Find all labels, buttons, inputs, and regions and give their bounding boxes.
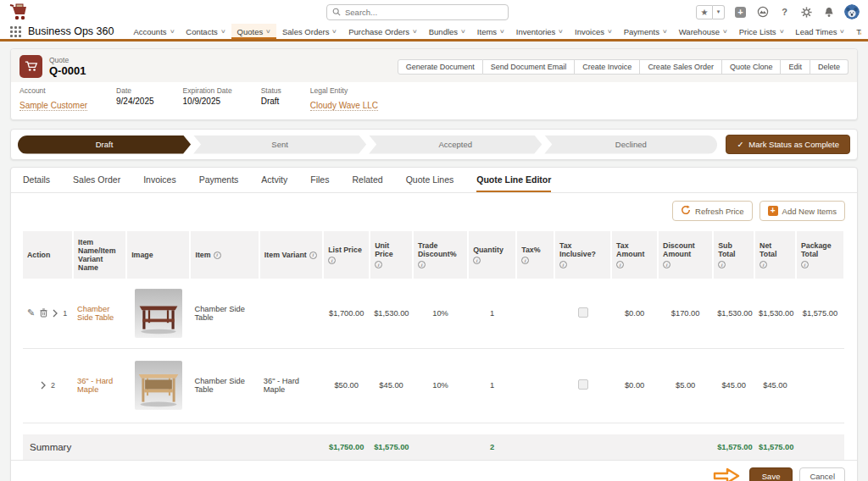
summary-quantity: 2 <box>468 434 516 460</box>
chevron-down-icon: ∨ <box>722 28 728 35</box>
nav-item-inventories[interactable]: Inventories∨ <box>510 24 569 39</box>
create-invoice-button[interactable]: Create Invoice <box>575 59 640 75</box>
info-icon[interactable] <box>663 261 670 268</box>
table-row: ✎ 1 Chamber Side Table <box>23 279 844 348</box>
global-add-icon[interactable]: + <box>734 6 747 19</box>
tab-payments[interactable]: Payments <box>199 174 239 192</box>
col-action: Action <box>23 231 73 279</box>
field-status: Status Draft <box>261 86 281 112</box>
tax-inclusive-checkbox[interactable] <box>578 307 588 318</box>
favorites-star-icon[interactable]: ★ <box>696 5 713 19</box>
mark-status-complete-button[interactable]: ✓ Mark Status as Complete <box>726 135 850 154</box>
send-document-email-button[interactable]: Send Document Email <box>483 59 576 75</box>
info-icon[interactable] <box>616 261 624 268</box>
quote-detail-card: Details Sales Order Invoices Payments Ac… <box>10 167 858 481</box>
generate-document-button[interactable]: Generate Document <box>398 59 483 75</box>
tab-quote-line-editor[interactable]: Quote Line Editor <box>476 174 551 192</box>
nav-item-lead-times[interactable]: Lead Times∨ <box>789 24 850 39</box>
item-cell: Chamber Side Table <box>194 377 244 394</box>
account-link[interactable]: Sample Customer <box>19 101 87 111</box>
delete-button[interactable]: Delete <box>810 59 849 75</box>
edit-pencil-icon[interactable]: ✎ <box>27 307 35 318</box>
col-sub-total: Sub Total <box>713 231 754 279</box>
add-new-items-button[interactable]: + Add New Items <box>760 201 845 221</box>
info-icon[interactable] <box>473 257 481 264</box>
item-variant-cell: 36" - Hard Maple <box>264 377 299 394</box>
favorites-dropdown-icon[interactable]: ▾ <box>713 5 725 19</box>
edit-button[interactable]: Edit <box>781 59 810 75</box>
field-date: Date 9/24/2025 <box>116 86 154 112</box>
table-row: 2 36" - Hard Maple Chamber Side Table 36… <box>23 348 844 423</box>
setup-gear-icon[interactable] <box>800 6 813 19</box>
trailhead-icon[interactable] <box>756 6 769 19</box>
nav-item-bundles[interactable]: Bundles∨ <box>423 24 471 39</box>
tax-inclusive-checkbox[interactable] <box>578 379 588 390</box>
tab-related[interactable]: Related <box>352 174 382 192</box>
tab-files[interactable]: Files <box>310 174 329 192</box>
nav-item-warehouse[interactable]: Warehouse∨ <box>673 24 733 39</box>
tab-quote-lines[interactable]: Quote Lines <box>406 174 454 192</box>
chevron-down-icon: ∨ <box>662 28 668 35</box>
status-path-card: Draft Sent Accepted Declined ✓ Mark Stat… <box>10 129 858 160</box>
info-icon[interactable] <box>418 261 426 268</box>
info-icon[interactable] <box>214 252 221 259</box>
nav-item-contacts[interactable]: Contacts∨ <box>180 24 231 39</box>
net-total-cell: $45.00 <box>763 381 787 390</box>
help-icon[interactable]: ? <box>778 6 791 19</box>
nav-item-items[interactable]: Items∨ <box>471 24 510 39</box>
path-stage-sent[interactable]: Sent <box>193 135 366 154</box>
nav-item-payments[interactable]: Payments∨ <box>618 24 673 39</box>
item-name-link[interactable]: 36" - Hard Maple <box>77 377 113 394</box>
delete-trash-icon[interactable] <box>40 308 47 318</box>
nav-item-accounts[interactable]: Accounts∨ <box>127 24 180 39</box>
path-stage-declined[interactable]: Declined <box>544 135 717 154</box>
annotation-arrow-icon <box>712 467 741 481</box>
path-stage-draft[interactable]: Draft <box>18 135 191 154</box>
chevron-down-icon: ∨ <box>265 28 271 35</box>
info-icon[interactable] <box>760 261 767 268</box>
editor-footer: Save Cancel <box>11 460 857 481</box>
nav-item-sales-orders[interactable]: Sales Orders∨ <box>276 24 342 39</box>
nav-item-quotes[interactable]: Quotes∨ <box>231 24 276 39</box>
summary-list-price: $1,750.00 <box>323 434 370 460</box>
info-icon[interactable] <box>375 261 382 268</box>
quote-clone-button[interactable]: Quote Clone <box>722 59 782 75</box>
list-price-cell: $50.00 <box>334 381 358 390</box>
info-icon[interactable] <box>521 257 529 264</box>
legal-entity-link[interactable]: Cloudy Wave LLC <box>310 101 378 111</box>
info-icon[interactable] <box>309 252 317 259</box>
create-sales-order-button[interactable]: Create Sales Order <box>640 59 722 75</box>
avatar[interactable] <box>844 4 860 19</box>
info-icon[interactable] <box>328 257 336 264</box>
quote-entity-cart-icon <box>19 55 42 78</box>
cancel-button[interactable]: Cancel <box>799 467 845 481</box>
favorites-control[interactable]: ★ ▾ <box>696 5 725 19</box>
unit-price-cell: $1,530.00 <box>374 309 409 318</box>
tab-activity[interactable]: Actvity <box>261 174 287 192</box>
expand-chevron-icon[interactable] <box>41 381 46 390</box>
info-icon[interactable] <box>559 261 567 268</box>
save-button[interactable]: Save <box>749 467 793 481</box>
info-icon[interactable] <box>718 261 726 268</box>
notifications-bell-icon[interactable] <box>822 6 835 19</box>
nav-item-tax-rates[interactable]: Tax Rates∨ <box>850 24 861 39</box>
path-stage-accepted[interactable]: Accepted <box>369 135 542 154</box>
info-icon[interactable] <box>801 261 809 268</box>
tab-details[interactable]: Details <box>23 174 50 192</box>
nav-item-invoices[interactable]: Invoices∨ <box>569 24 618 39</box>
global-search[interactable] <box>326 4 509 20</box>
unit-price-cell: $45.00 <box>379 381 403 390</box>
search-icon <box>332 4 341 19</box>
nav-item-price-lists[interactable]: Price Lists∨ <box>733 24 790 39</box>
item-name-link[interactable]: Chamber Side Table <box>77 305 114 322</box>
summary-row: Summary $1,750.00 $1,575.00 2 $1,575.00 … <box>23 434 844 460</box>
chevron-down-icon: ∨ <box>331 28 337 35</box>
refresh-price-button[interactable]: Refresh Price <box>672 201 753 221</box>
expand-chevron-icon[interactable] <box>53 309 58 318</box>
tab-sales-order[interactable]: Sales Order <box>73 174 120 192</box>
search-input[interactable] <box>345 8 503 17</box>
tab-invoices[interactable]: Invoices <box>143 174 176 192</box>
nav-item-purchase-orders[interactable]: Purchase Orders∨ <box>342 24 423 39</box>
app-launcher-icon[interactable] <box>10 26 21 37</box>
product-image-maple-table <box>135 361 182 410</box>
